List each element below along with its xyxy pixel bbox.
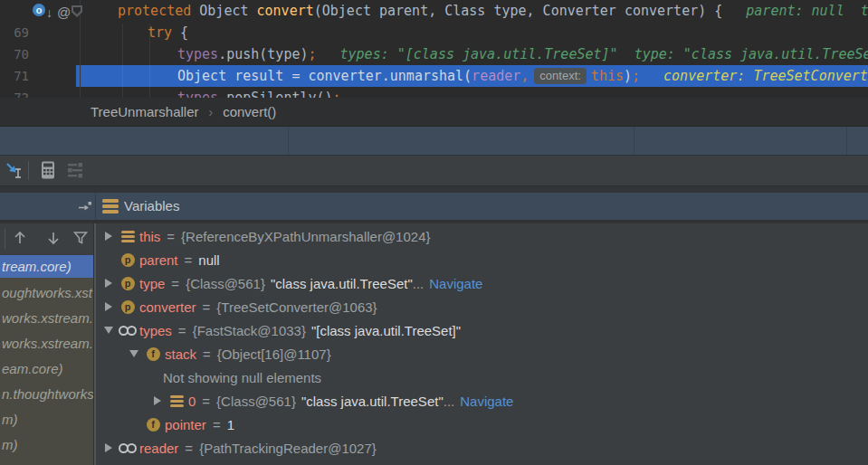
equals-sign: = <box>213 417 221 432</box>
chevron-down-icon[interactable] <box>129 350 138 357</box>
variable-name: reader <box>139 441 178 456</box>
variable-value: 1 <box>227 417 234 432</box>
variable-row-pointer[interactable]: f pointer = 1 <box>96 413 868 436</box>
navigate-link[interactable]: Navigate <box>460 394 513 409</box>
frame-row[interactable]: works.xstream. <box>0 306 93 331</box>
debugger-panels: tream.core) oughtworks.xst works.xstream… <box>0 222 868 465</box>
breadcrumb-separator-icon: › <box>208 105 213 119</box>
frame-row[interactable]: n.thoughtworks. <box>0 382 93 407</box>
layout-settings-icon[interactable] <box>65 160 85 180</box>
local-variable-icon <box>119 326 137 336</box>
variable-row-converter[interactable]: p converter = {TreeSetConverter@1063} <box>96 295 868 318</box>
equals-sign: = <box>185 441 193 456</box>
breadcrumb-class[interactable]: TreeUnmarshaller <box>91 104 198 119</box>
code-token: ) <box>624 68 632 84</box>
chevron-right-icon[interactable] <box>105 279 112 288</box>
code-token: { <box>172 24 188 41</box>
hide-panel-icon[interactable] <box>78 200 92 216</box>
equals-sign: = <box>203 299 211 315</box>
band-divider <box>288 127 289 155</box>
local-variable-icon <box>119 443 137 453</box>
variable-row-this[interactable]: this = {ReferenceByXPathUnmarshaller@102… <box>96 224 868 248</box>
variable-name: type <box>139 276 165 291</box>
override-arrow-icon: ↓ <box>46 2 52 24</box>
ellipsis: ... <box>444 394 455 409</box>
value-icon <box>121 231 135 242</box>
variable-reference: {FastStack@1033} <box>193 323 306 338</box>
breadcrumb-method[interactable]: convert() <box>223 104 276 119</box>
fold-marker-icon[interactable] <box>72 5 82 17</box>
variable-row-stack[interactable]: f stack = {Object[16]@1107} <box>96 342 868 365</box>
chevron-down-icon[interactable] <box>104 327 113 334</box>
equals-sign: = <box>167 229 175 244</box>
parameter-token: reader <box>472 68 520 84</box>
band-divider <box>634 127 634 155</box>
variable-reference: {Object[16]@1107} <box>217 346 331 362</box>
code-line-72-current: 72 Object result = converter.unmarshal(r… <box>0 65 868 87</box>
debugger-window: 69 o ↓ @ protected Object convert(Object… <box>0 0 868 465</box>
code-line-71: 71 types.push(type);types: "[class java.… <box>0 43 868 65</box>
override-marker-icon[interactable]: o <box>33 4 45 16</box>
frames-panel: tream.core) oughtworks.xst works.xstream… <box>0 223 93 465</box>
annotation-icon[interactable]: @ <box>57 2 71 24</box>
chevron-right-icon[interactable] <box>105 232 112 241</box>
frame-row[interactable]: m) <box>0 407 93 432</box>
variable-name: this <box>139 229 160 244</box>
arrow-up-icon[interactable] <box>12 230 28 246</box>
variable-name: pointer <box>165 417 206 432</box>
navigate-link[interactable]: Navigate <box>429 276 482 291</box>
variable-value: null <box>198 252 219 268</box>
frame-row[interactable]: m) <box>0 432 93 458</box>
chevron-right-icon[interactable] <box>105 302 112 311</box>
code-text: try { <box>148 22 188 43</box>
frame-row[interactable]: eam.core) <box>0 356 93 382</box>
code-line-70: 70 try { <box>0 22 868 43</box>
chevron-right-icon[interactable] <box>154 396 161 405</box>
variable-name: converter <box>139 299 196 315</box>
keyword: protected <box>118 3 191 19</box>
equals-sign: = <box>171 276 179 291</box>
code-editor[interactable]: 69 o ↓ @ protected Object convert(Object… <box>0 0 868 98</box>
code-line-69: 69 o ↓ @ protected Object convert(Object… <box>0 0 868 22</box>
variables-icon <box>102 199 119 214</box>
breadcrumb: TreeUnmarshaller›convert() <box>0 98 868 127</box>
comma-token: , <box>520 68 529 84</box>
code-token: .popSilently() <box>218 90 332 98</box>
filter-icon[interactable] <box>72 230 89 246</box>
parameter-icon: p <box>121 277 135 290</box>
variable-reference: {ReferenceByXPathUnmarshaller@1024} <box>181 229 430 244</box>
debug-toolbar <box>0 156 868 186</box>
debug-toolwindow-header-band <box>0 127 868 156</box>
parameter-name-hint-chip: context: <box>534 68 587 84</box>
variable-row-parent[interactable]: p parent = null <box>96 248 868 271</box>
code-text: types.popSilently(); <box>177 87 341 98</box>
value-icon <box>170 395 184 407</box>
variable-reference: {Class@561} <box>186 276 265 291</box>
frame-row[interactable]: works.xstream. <box>0 331 93 356</box>
frames-list: tream.core) oughtworks.xst works.xstream… <box>0 255 93 465</box>
variable-row-type[interactable]: p type = {Class@561} "class java.util.Tr… <box>96 271 868 295</box>
equals-sign: = <box>185 252 193 268</box>
frame-row[interactable]: tream.core) <box>0 255 93 278</box>
frames-toolbar <box>0 223 93 255</box>
chevron-right-icon[interactable] <box>105 443 112 452</box>
code-text: protected Object convert(Object parent, … <box>118 0 868 22</box>
variable-string-value: "class java.util.TreeSet" <box>271 276 413 291</box>
variable-row-array-0[interactable]: 0 = {Class@561} "class java.util.TreeSet… <box>96 389 868 413</box>
header-divider <box>95 193 96 220</box>
field-token: types <box>177 90 218 98</box>
method-name: convert <box>257 3 314 19</box>
frame-row[interactable]: oughtworks.xst <box>0 280 93 306</box>
code-token: .push(type) <box>218 46 308 62</box>
arrow-down-icon[interactable] <box>45 230 62 246</box>
variable-string-value: "[class java.util.TreeSet]" <box>311 323 461 338</box>
variable-reference: {Class@561} <box>216 394 296 409</box>
variable-row-reader[interactable]: reader = {PathTrackingReader@1027} <box>96 436 868 460</box>
semicolon-token: ; <box>309 46 317 62</box>
evaluate-expression-icon[interactable] <box>38 160 58 180</box>
show-execution-point-icon[interactable] <box>5 160 24 180</box>
variables-panel-title: Variables <box>124 193 179 220</box>
variable-row-types[interactable]: types = {FastStack@1033} "[class java.ut… <box>96 318 868 342</box>
ellipsis: ... <box>413 276 424 291</box>
frame-row[interactable]: m) <box>0 458 93 465</box>
